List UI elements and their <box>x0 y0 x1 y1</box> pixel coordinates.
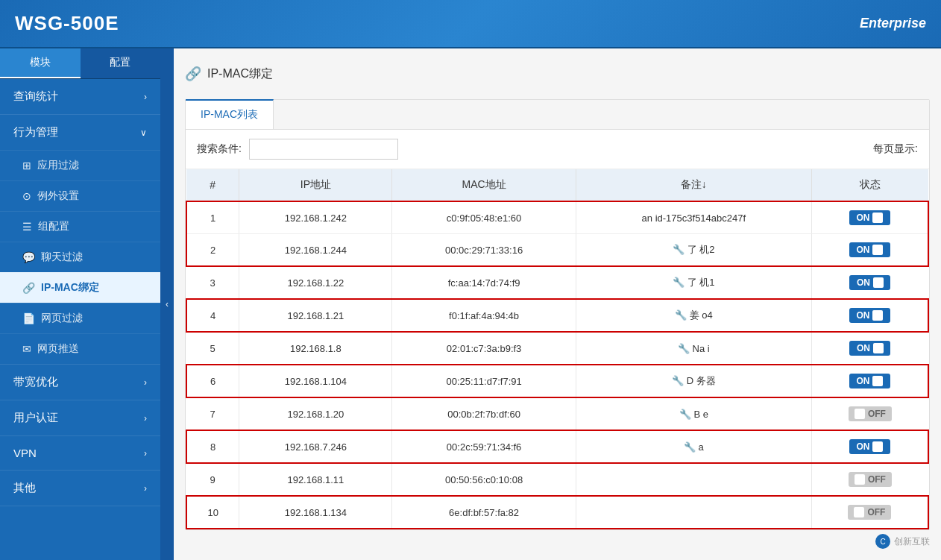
table-row: 7192.168.1.2000:0b:2f:7b:df:60🔧 B eOFF <box>186 397 928 430</box>
app-header: WSG-500E Enterprise <box>0 0 941 48</box>
sidebar-item-label: 行为管理 <box>13 125 58 139</box>
sidebar-item-label: VPN <box>13 447 37 459</box>
sidebar-collapse-button[interactable]: ‹ <box>160 48 174 560</box>
table-cell: ON <box>811 299 928 332</box>
table-cell: f0:1f:af:4a:94:4b <box>392 299 576 332</box>
table-row: 3192.168.1.22fc:aa:14:7d:74:f9🔧 了 机1ON <box>186 266 928 299</box>
table-cell: 🔧 B e <box>576 397 811 430</box>
page-title: IP-MAC绑定 <box>207 66 273 82</box>
content-card: IP-MAC列表 搜索条件: 每页显示: # IP地址 MAC地址 <box>185 99 930 530</box>
toolbar-left: 搜索条件: <box>197 139 398 160</box>
sidebar-subitem-label: IP-MAC绑定 <box>41 281 99 295</box>
tab-ip-mac-list[interactable]: IP-MAC列表 <box>186 99 274 129</box>
sidebar-item-label: 查询统计 <box>13 89 58 104</box>
table-cell: 2 <box>186 234 239 267</box>
table-row: 10192.168.1.1346e:df:bf:57:fa:82OFF <box>186 496 928 529</box>
table-header: # IP地址 MAC地址 备注↓ 状态 <box>186 169 928 201</box>
search-input[interactable] <box>249 139 398 160</box>
status-toggle[interactable]: ON <box>849 275 890 290</box>
sidebar-item-behavior[interactable]: 行为管理 ∨ <box>0 115 160 150</box>
table-row: 2192.168.1.24400:0c:29:71:33:16🔧 了 机2ON <box>186 234 928 267</box>
sidebar-item-exception[interactable]: ⊙ 例外设置 <box>0 180 160 211</box>
table-cell: 192.168.1.8 <box>239 332 392 365</box>
sidebar-item-ip-mac[interactable]: 🔗 IP-MAC绑定 <box>0 272 160 303</box>
table-cell: 192.168.1.244 <box>239 234 392 267</box>
ip-mac-icon: 🔗 <box>22 282 35 294</box>
table-cell: OFF <box>811 496 928 529</box>
status-toggle[interactable]: ON <box>849 439 890 454</box>
table-cell: 192.168.1.242 <box>239 201 392 234</box>
sidebar-item-vpn[interactable]: VPN › <box>0 436 160 470</box>
chevron-right-icon: › <box>144 413 147 424</box>
sidebar-subitem-label: 应用过滤 <box>37 159 79 172</box>
sidebar-item-group-config[interactable]: ☰ 组配置 <box>0 211 160 242</box>
table-cell: ON <box>811 430 928 463</box>
table-row: 8192.168.7.24600:2c:59:71:34:f6🔧 aON <box>186 430 928 463</box>
sidebar-subitem-label: 例外设置 <box>37 189 79 203</box>
table-cell: 192.168.1.22 <box>239 266 392 299</box>
per-page-label: 每页显示: <box>873 142 918 156</box>
sidebar-item-query-stats[interactable]: 查询统计 › <box>0 79 160 114</box>
section-behavior: 行为管理 ∨ ⊞ 应用过滤 ⊙ 例外设置 ☰ 组配置 💬 聊天过滤 <box>0 115 160 365</box>
status-toggle[interactable]: OFF <box>849 472 892 487</box>
col-ip: IP地址 <box>239 169 392 201</box>
tab-config[interactable]: 配置 <box>81 48 161 78</box>
table-cell: 00:2c:59:71:34:f6 <box>392 430 576 463</box>
tab-module[interactable]: 模块 <box>0 48 81 78</box>
table-cell: 6 <box>186 365 239 397</box>
col-id: # <box>186 169 239 201</box>
sidebar: 模块 配置 查询统计 › 行为管理 ∨ ⊞ 应用过滤 <box>0 48 160 560</box>
main-content: 🔗 IP-MAC绑定 IP-MAC列表 搜索条件: 每页显示: <box>174 48 941 560</box>
table-cell: 8 <box>186 430 239 463</box>
sidebar-item-chat-filter[interactable]: 💬 聊天过滤 <box>0 242 160 272</box>
table-cell: ON <box>811 365 928 397</box>
ip-mac-table: # IP地址 MAC地址 备注↓ 状态 1192.168.1.242c0:9f:… <box>186 169 929 529</box>
search-label: 搜索条件: <box>197 142 242 156</box>
status-toggle[interactable]: OFF <box>849 406 892 421</box>
table-cell: 3 <box>186 266 239 299</box>
web-filter-icon: 📄 <box>22 312 35 324</box>
sidebar-subitem-label: 聊天过滤 <box>41 251 83 264</box>
table-row: 9192.168.1.1100:50:56:c0:10:08OFF <box>186 463 928 496</box>
table-cell: OFF <box>811 463 928 496</box>
status-toggle[interactable]: OFF <box>848 505 891 520</box>
table-cell: 🔧 姜 o4 <box>576 299 811 332</box>
table-row: 4192.168.1.21f0:1f:af:4a:94:4b🔧 姜 o4ON <box>186 299 928 332</box>
table-cell: 192.168.1.104 <box>239 365 392 397</box>
status-toggle[interactable]: ON <box>849 341 890 356</box>
chevron-right-icon: › <box>144 448 147 459</box>
table-cell: 🔧 a <box>576 430 811 463</box>
toolbar: 搜索条件: 每页显示: <box>186 130 929 169</box>
section-user-auth: 用户认证 › <box>0 400 160 436</box>
status-toggle[interactable]: ON <box>849 308 890 323</box>
sidebar-item-bandwidth[interactable]: 带宽优化 › <box>0 365 160 400</box>
sidebar-item-web-push[interactable]: ✉ 网页推送 <box>0 333 160 364</box>
chat-filter-icon: 💬 <box>22 251 35 263</box>
table-cell <box>576 463 811 496</box>
table-body: 1192.168.1.242c0:9f:05:48:e1:60an id-175… <box>186 201 928 529</box>
sidebar-item-label: 其他 <box>13 481 36 495</box>
sidebar-item-web-filter[interactable]: 📄 网页过滤 <box>0 303 160 333</box>
table-cell: 🔧 了 机2 <box>576 234 811 267</box>
sidebar-item-user-auth[interactable]: 用户认证 › <box>0 400 160 435</box>
col-mac: MAC地址 <box>392 169 576 201</box>
table-cell: fc:aa:14:7d:74:f9 <box>392 266 576 299</box>
table-cell: ON <box>811 266 928 299</box>
main-layout: 模块 配置 查询统计 › 行为管理 ∨ ⊞ 应用过滤 <box>0 48 941 560</box>
table-cell: c0:9f:05:48:e1:60 <box>392 201 576 234</box>
sidebar-item-other[interactable]: 其他 › <box>0 471 160 506</box>
chevron-right-icon: › <box>144 92 147 102</box>
status-toggle[interactable]: ON <box>849 210 890 225</box>
sidebar-item-app-filter[interactable]: ⊞ 应用过滤 <box>0 150 160 180</box>
card-tabs: IP-MAC列表 <box>186 100 929 130</box>
section-other: 其他 › <box>0 471 160 506</box>
group-config-icon: ☰ <box>22 221 32 233</box>
section-vpn: VPN › <box>0 436 160 471</box>
sidebar-subitem-label: 网页推送 <box>37 342 79 356</box>
status-toggle[interactable]: ON <box>849 242 890 257</box>
table-cell: 00:50:56:c0:10:08 <box>392 463 576 496</box>
table-cell: OFF <box>811 397 928 430</box>
status-toggle[interactable]: ON <box>849 374 890 388</box>
table-cell: 🔧 了 机1 <box>576 266 811 299</box>
table-container: # IP地址 MAC地址 备注↓ 状态 1192.168.1.242c0:9f:… <box>186 169 929 529</box>
